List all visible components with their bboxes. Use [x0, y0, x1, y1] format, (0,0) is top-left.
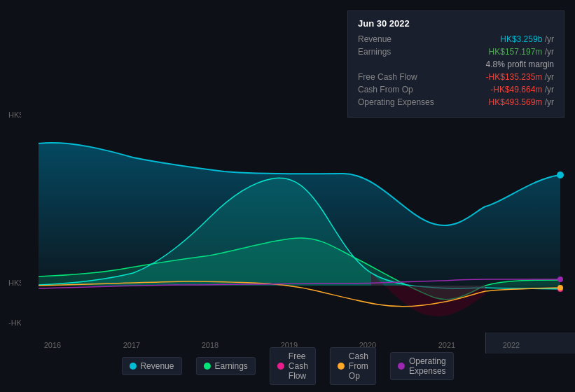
legend-cashop-dot [338, 363, 345, 370]
legend-revenue[interactable]: Revenue [121, 357, 181, 375]
tooltip-cashop-label: Cash From Op [358, 85, 442, 94]
revenue-dot [557, 172, 564, 178]
legend-cashop[interactable]: Cash From Op [330, 347, 376, 385]
tooltip-fcf-label: Free Cash Flow [358, 72, 442, 82]
legend-fcf[interactable]: Free Cash Flow [270, 347, 316, 385]
legend-earnings-dot [203, 363, 210, 370]
tooltip-opex-label: Operating Expenses [358, 97, 442, 107]
x-label-2016: 2016 [44, 341, 61, 349]
legend-earnings-label: Earnings [214, 361, 247, 371]
tooltip-opex-value: HK$493.569m /yr [489, 97, 554, 107]
tooltip-earnings-value: HK$157.197m /yr [489, 47, 554, 57]
tooltip-fcf-value: -HK$135.235m /yr [486, 72, 554, 82]
tooltip-revenue-label: Revenue [358, 34, 442, 44]
tooltip-revenue-value: HK$3.259b /yr [500, 34, 554, 44]
tooltip-cashop-value: -HK$49.664m /yr [490, 85, 554, 94]
legend-opex-label: Operating Expenses [409, 356, 446, 376]
legend-revenue-dot [129, 363, 136, 370]
legend-earnings[interactable]: Earnings [195, 357, 255, 375]
tooltip-earnings-row: Earnings HK$157.197m /yr [358, 47, 554, 57]
tooltip-card: Jun 30 2022 Revenue HK$3.259b /yr Earnin… [347, 10, 564, 118]
tooltip-opex-row: Operating Expenses HK$493.569m /yr [358, 97, 554, 107]
tooltip-earnings-label: Earnings [358, 47, 442, 57]
x-label-2022: 2022 [503, 341, 520, 349]
legend-fcf-label: Free Cash Flow [289, 351, 308, 381]
tooltip-revenue-row: Revenue HK$3.259b /yr [358, 34, 554, 44]
legend-opex-dot [398, 363, 405, 370]
legend: Revenue Earnings Free Cash Flow Cash Fro… [121, 347, 453, 385]
cashop-dot [557, 285, 563, 290]
tooltip-cashop-row: Cash From Op -HK$49.664m /yr [358, 85, 554, 94]
opex-dot [557, 276, 563, 282]
tooltip-margin-row: 4.8% profit margin [358, 59, 554, 69]
legend-cashop-label: Cash From Op [349, 351, 368, 381]
tooltip-margin-value: 4.8% profit margin [486, 59, 554, 69]
chart-container: Jun 30 2022 Revenue HK$3.259b /yr Earnin… [0, 0, 575, 392]
tooltip-fcf-row: Free Cash Flow -HK$135.235m /yr [358, 72, 554, 82]
legend-fcf-dot [277, 363, 284, 370]
tooltip-title: Jun 30 2022 [358, 18, 554, 29]
legend-revenue-label: Revenue [140, 361, 174, 371]
legend-opex[interactable]: Operating Expenses [390, 352, 454, 380]
